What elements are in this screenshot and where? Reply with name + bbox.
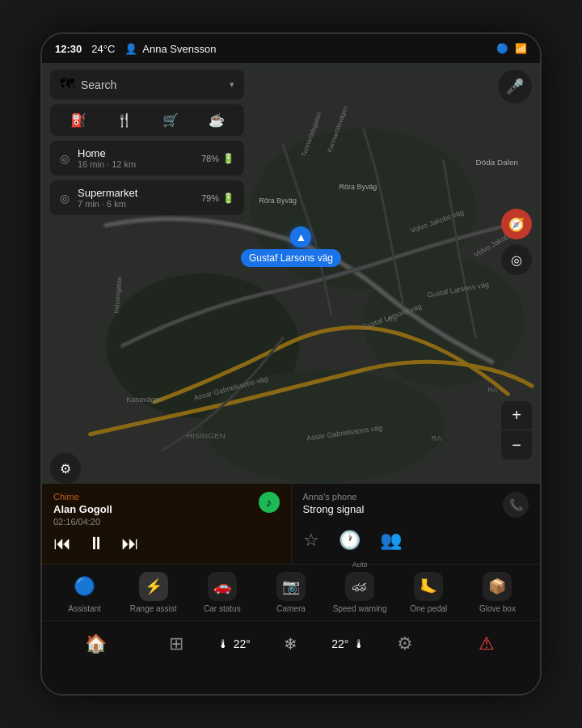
svg-text:Röra Byväg: Röra Byväg [340, 183, 377, 191]
camera-icon: 📷 [276, 572, 306, 601]
car-status-label: Car status [204, 604, 241, 613]
compass-button[interactable]: 🧭 [501, 209, 532, 239]
location-center-button[interactable]: ◎ [501, 244, 532, 275]
dest-home-icon: ◎ [60, 152, 70, 165]
bottom-section: Chime Alan Gogoll 02:16/04:20 ♪ ⏮ ⏸ ⏭ An… [42, 484, 540, 694]
status-time: 12:30 [55, 43, 82, 55]
range-assist-label: Range assist [130, 604, 177, 613]
speed-warning-icon: 🏎 [345, 572, 374, 601]
phone-call-button[interactable]: 📞 [503, 492, 529, 518]
spotify-icon: ♪ [259, 492, 280, 513]
app-camera[interactable]: 📷 Camera [256, 572, 325, 613]
media-track-name: Alan Gogoll [53, 503, 280, 515]
app-one-pedal[interactable]: 🦶 One pedal [394, 572, 463, 613]
dest-home-meta: 16 min · 12 km [78, 159, 193, 169]
glove-box-label: Glove box [479, 604, 516, 613]
map-settings-button[interactable]: ⚙ [50, 453, 81, 484]
media-controls: ⏮ ⏸ ⏭ [53, 533, 280, 554]
favorite-button[interactable]: ☆ [303, 530, 319, 551]
search-bar[interactable]: 🗺 Search ▾ [50, 70, 244, 99]
chevron-down-icon: ▾ [230, 79, 234, 90]
play-pause-button[interactable]: ⏸ [87, 533, 105, 554]
one-pedal-label: One pedal [410, 604, 447, 613]
app-car-status[interactable]: 🚗 Car status [188, 572, 256, 613]
map-area[interactable]: Assar Gabrielssons väg Assar Gabrielsson… [42, 63, 540, 492]
svg-text:Röra Byväg: Röra Byväg [259, 197, 297, 205]
app-assistant[interactable]: 🔵 Assistant [50, 572, 119, 613]
location-arrow: ▲ [290, 226, 311, 248]
status-right-icons: 🔵 📶 [496, 43, 527, 54]
media-phone-row: Chime Alan Gogoll 02:16/04:20 ♪ ⏮ ⏸ ⏭ An… [42, 484, 540, 565]
glove-box-icon: 📦 [483, 572, 512, 601]
dest-home-card[interactable]: ◎ Home 16 min · 12 km 78% 🔋 [50, 141, 244, 176]
status-user: 👤 Anna Svensson [124, 43, 496, 55]
dest-home-name: Home [78, 147, 193, 159]
signal-icon: 📶 [515, 43, 527, 54]
nav-panel: 🗺 Search ▾ ⛽ 🍴 🛒 ☕ ◎ Home 16 min · 12 km [50, 70, 244, 220]
app-speed-warning[interactable]: 🏎 Auto Speed warning [326, 572, 394, 613]
camera-label: Camera [276, 604, 306, 613]
svg-text:RA: RA [487, 386, 497, 394]
filter-row: ⛽ 🍴 🛒 ☕ [50, 104, 244, 136]
device-frame: 12:30 24°C 👤 Anna Svensson 🔵 📶 [40, 32, 542, 696]
settings-button[interactable]: ⚙ [365, 633, 445, 654]
next-button[interactable]: ⏭ [121, 533, 139, 554]
app-icons-row: 🔵 Assistant ⚡ Range assist 🚗 Car status … [42, 565, 540, 621]
apps-button[interactable]: ⊞ [136, 633, 217, 654]
user-name: Anna Svensson [142, 43, 216, 55]
filter-gas-btn[interactable]: ⛽ [57, 109, 99, 131]
phone-label: Anna's phone [303, 492, 529, 502]
one-pedal-icon: 🦶 [414, 572, 443, 601]
prev-button[interactable]: ⏮ [53, 533, 71, 554]
filter-food-btn[interactable]: 🍴 [103, 109, 146, 131]
speed-warning-label: Speed warning [333, 604, 387, 613]
media-app-name: Chime [53, 492, 280, 502]
climate-right: 22° 🌡 [331, 637, 365, 650]
dest-supermarket-battery: 79% 🔋 [201, 193, 234, 204]
app-glove-box[interactable]: 📦 Glove box [463, 572, 532, 613]
phone-status: Strong signal [303, 503, 529, 515]
search-text: Search [81, 78, 223, 91]
media-panel: Chime Alan Gogoll 02:16/04:20 ♪ ⏮ ⏸ ⏭ [42, 484, 292, 564]
system-bar: 🏠 ⊞ 🌡 22° ❄ 22° 🌡 ⚙ ⚠ [42, 621, 540, 667]
status-bar: 12:30 24°C 👤 Anna Svensson 🔵 📶 [42, 34, 540, 63]
dest-supermarket-card[interactable]: ◎ Supermarket 7 min · 6 km 79% 🔋 [50, 180, 244, 215]
phone-actions: ☆ 🕐 👥 [303, 530, 529, 551]
alert-button[interactable]: ⚠ [446, 633, 527, 654]
location-label: Gustaf Larsons väg [241, 249, 341, 267]
contacts-button[interactable]: 👥 [380, 530, 402, 551]
status-temp: 24°C [91, 43, 115, 55]
app-range-assist[interactable]: ⚡ Range assist [119, 572, 188, 613]
phone-panel: Anna's phone Strong signal 📞 ☆ 🕐 👥 [292, 484, 541, 564]
dest-home-battery: 78% 🔋 [201, 153, 234, 164]
zoom-in-button[interactable]: + [501, 401, 532, 430]
car-status-icon: 🚗 [208, 572, 237, 601]
range-assist-icon: ⚡ [139, 572, 168, 601]
svg-text:Kanavägen: Kanavägen [126, 396, 162, 404]
battery-icon: 🔋 [222, 153, 234, 164]
dest-supermarket-meta: 7 min · 6 km [78, 199, 193, 209]
zoom-out-button[interactable]: − [501, 430, 532, 459]
assistant-icon: 🔵 [70, 572, 99, 601]
auto-label: Auto [352, 561, 368, 569]
voice-button[interactable]: 🎤 [498, 70, 532, 104]
dest-supermarket-name: Supermarket [78, 187, 193, 199]
home-button[interactable]: 🏠 [55, 633, 136, 654]
zoom-controls: + − [501, 401, 532, 459]
filter-cafe-btn[interactable]: ☕ [195, 109, 238, 131]
svg-text:HISINGEN: HISINGEN [187, 431, 226, 440]
dest-supermarket-icon: ◎ [60, 192, 70, 205]
svg-text:RA: RA [387, 315, 397, 324]
user-icon: 👤 [124, 43, 137, 55]
climate-right-temp: 22° [331, 637, 348, 650]
seat-heat-left-icon: 🌡 [217, 637, 229, 650]
battery-icon-2: 🔋 [222, 193, 234, 204]
climate-left-temp: 22° [234, 637, 251, 650]
fan-button[interactable]: ❄ [251, 634, 331, 654]
filter-shop-btn[interactable]: 🛒 [149, 109, 192, 131]
climate-left: 🌡 22° [217, 637, 251, 650]
seat-heat-right-icon: 🌡 [353, 637, 365, 650]
svg-text:RA: RA [432, 434, 441, 442]
bluetooth-icon: 🔵 [496, 43, 508, 54]
recent-calls-button[interactable]: 🕐 [339, 530, 361, 551]
